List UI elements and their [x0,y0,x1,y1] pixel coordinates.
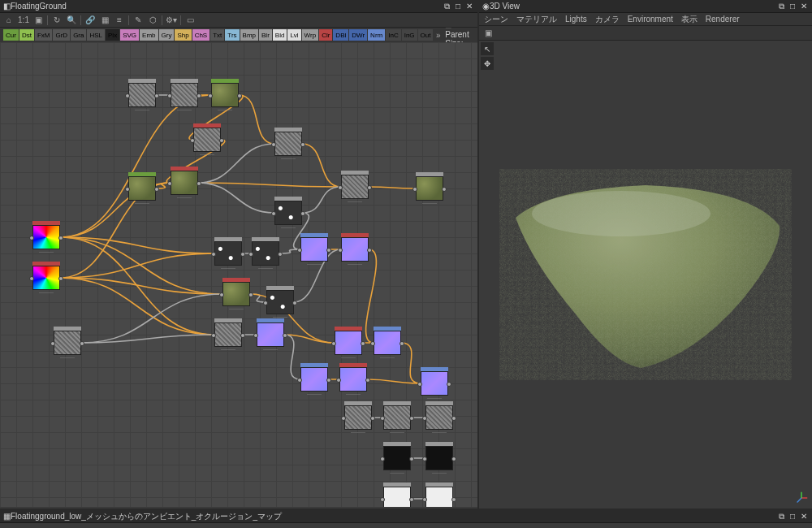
output-port[interactable] [409,457,414,461]
output-port[interactable] [80,341,84,346]
node-graph-canvas[interactable]: ————————————————————————————————————————… [0,42,477,507]
graph-node[interactable]: ——— [32,221,60,254]
input-port[interactable] [422,416,427,421]
graph-node[interactable]: ——— [416,172,443,206]
input-port[interactable] [380,497,385,502]
close-icon[interactable]: ✕ [464,2,474,11]
select-tool-icon[interactable]: ↖ [481,42,494,55]
filter-tag-clr[interactable]: Clr [319,29,332,41]
output-port[interactable] [154,187,159,192]
tool-a-icon[interactable]: ✎ [132,15,144,26]
input-port[interactable] [341,416,346,421]
input-port[interactable] [417,382,422,387]
output-port[interactable] [361,341,365,346]
close-icon[interactable]: ✕ [799,512,809,522]
3d-viewport[interactable]: ↖ ✥ [479,41,812,509]
input-port[interactable] [50,341,55,346]
close-icon[interactable]: ✕ [799,2,809,11]
input-port[interactable] [412,187,417,192]
filter-tag-ing[interactable]: InG [402,29,417,41]
filter-tag-shp[interactable]: Shp [175,29,191,41]
input-port[interactable] [190,138,195,143]
filter-tag-svg[interactable]: SVG [120,29,139,41]
filter-tag-lvl[interactable]: Lvl [287,29,300,41]
output-port[interactable] [409,416,414,421]
graph-node[interactable]: ——— [266,286,294,319]
axis-gizmo-icon[interactable] [794,491,809,505]
input-port[interactable] [211,252,216,257]
link-icon[interactable]: 🔗 [84,15,96,26]
input-port[interactable] [271,211,276,216]
graph-node[interactable]: ——— [374,327,401,360]
menu-マテリアル[interactable]: マテリアル [516,14,557,25]
input-port[interactable] [297,248,302,253]
input-port[interactable] [29,276,34,281]
graph-node[interactable]: ——— [222,278,250,311]
output-port[interactable] [326,378,331,383]
search-icon[interactable]: 🔍 [66,15,77,26]
input-port[interactable] [380,416,385,421]
output-port[interactable] [326,248,331,253]
input-port[interactable] [211,333,216,338]
output-port[interactable] [300,142,305,147]
graph-node[interactable]: ——— [274,197,302,230]
graph-node[interactable]: ——— [128,172,156,206]
output-port[interactable] [400,341,404,346]
output-port[interactable] [451,497,456,502]
align-icon[interactable]: ≡ [114,15,125,26]
output-port[interactable] [58,236,63,240]
filter-tag-dbl[interactable]: DBl [333,29,348,41]
filter-tag-gra[interactable]: Gra [71,29,86,41]
dock-icon[interactable]: □ [453,2,463,11]
graph-node[interactable]: ——— [383,401,411,435]
graph-node[interactable]: ——— [339,363,367,396]
filter-tag-trs[interactable]: Trs [225,29,239,41]
output-port[interactable] [365,378,370,383]
output-port[interactable] [58,276,63,281]
output-port[interactable] [283,333,287,338]
graph-node[interactable]: ——— [425,401,453,435]
menu-カメラ[interactable]: カメラ [595,14,620,25]
menu-表示[interactable]: 表示 [681,14,698,25]
parent-size-label[interactable]: ▭ Parent Size: [442,28,474,42]
menu-lights[interactable]: Lights [565,15,587,24]
output-port[interactable] [240,252,245,257]
input-port[interactable] [167,93,172,98]
filter-tag-bmp[interactable]: Bmp [240,29,258,41]
move-tool-icon[interactable]: ✥ [481,57,494,70]
filter-tag-plx[interactable]: Plx [106,29,119,41]
output-port[interactable] [409,497,414,502]
output-port[interactable] [278,252,283,257]
filter-tag-hsl[interactable]: HSL [87,29,105,41]
filter-tag-gry[interactable]: Gry [159,29,175,41]
display-icon[interactable]: ▭ [184,15,196,26]
output-port[interactable] [451,416,456,421]
graph-node[interactable]: ——— [128,79,156,112]
input-port[interactable] [167,181,172,186]
graph-node[interactable]: ——— [344,401,372,435]
home-icon[interactable]: ⌂ [3,15,15,26]
output-port[interactable] [197,181,201,186]
dock-icon[interactable]: □ [788,2,797,11]
input-port[interactable] [125,187,130,192]
input-port[interactable] [380,457,385,461]
filter-tag-dst[interactable]: Dst [19,29,34,41]
zoom-fit-icon[interactable]: ▣ [32,15,44,26]
pin-icon[interactable]: ⧉ [442,2,451,11]
output-port[interactable] [442,187,447,192]
input-port[interactable] [422,497,427,502]
snap-icon[interactable]: ▦ [99,15,110,26]
graph-node[interactable]: ——— [425,483,453,507]
graph-node[interactable]: ——— [300,233,328,266]
filter-tag-fxm[interactable]: FxM [35,29,53,41]
filter-tag-blr[interactable]: Blr [259,29,272,41]
input-port[interactable] [253,333,258,338]
pin-icon[interactable]: ⧉ [776,512,786,522]
input-port[interactable] [336,378,341,383]
graph-node[interactable]: ——— [193,123,221,157]
gear-icon[interactable]: ⚙▾ [166,15,177,26]
graph-node[interactable]: ——— [341,233,369,266]
zoom-actual-button[interactable]: 1:1 [18,15,29,26]
camera-icon[interactable]: ▣ [482,28,494,39]
menu-renderer[interactable]: Renderer [706,15,740,24]
